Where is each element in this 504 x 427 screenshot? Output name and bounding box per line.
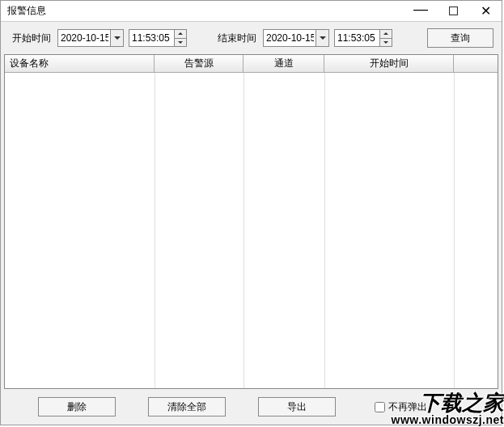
no-popup-input[interactable] xyxy=(375,402,385,412)
footer-bar: 删除 清除全部 导出 不再弹出 xyxy=(1,389,502,425)
maximize-button[interactable] xyxy=(437,1,469,22)
minimize-button[interactable]: — xyxy=(404,1,437,22)
table-body xyxy=(5,73,498,388)
dropdown-icon[interactable] xyxy=(316,30,328,46)
grid-line xyxy=(155,73,155,388)
export-button[interactable]: 导出 xyxy=(258,397,336,416)
dropdown-icon[interactable] xyxy=(110,30,123,46)
grid-line xyxy=(324,73,325,388)
col-channel[interactable]: 通道 xyxy=(244,55,324,72)
col-device-name[interactable]: 设备名称 xyxy=(5,55,155,72)
titlebar: 报警信息 — ✕ xyxy=(1,1,502,22)
table-header: 设备名称 告警源 通道 开始时间 xyxy=(5,55,498,73)
svg-rect-0 xyxy=(449,7,457,15)
close-button[interactable]: ✕ xyxy=(469,1,502,22)
no-popup-checkbox[interactable]: 不再弹出 xyxy=(375,400,427,414)
app-window: 报警信息 — ✕ 开始时间 结束时间 查询 设备名称 告 xyxy=(0,0,502,425)
window-title: 报警信息 xyxy=(1,4,404,18)
col-start-time[interactable]: 开始时间 xyxy=(324,55,454,72)
end-time-label: 结束时间 xyxy=(218,32,256,45)
end-time-spinner[interactable] xyxy=(334,29,392,47)
query-button[interactable]: 查询 xyxy=(427,28,493,48)
chevron-down-icon[interactable] xyxy=(175,39,186,47)
start-date-picker[interactable] xyxy=(57,29,124,47)
chevron-down-icon[interactable] xyxy=(380,39,392,47)
no-popup-label: 不再弹出 xyxy=(388,400,427,414)
grid-line xyxy=(244,73,244,388)
start-time-label: 开始时间 xyxy=(12,32,51,45)
grid-line xyxy=(454,73,455,388)
end-date-picker[interactable] xyxy=(263,29,329,47)
spinner-buttons[interactable] xyxy=(379,30,392,46)
clear-all-button[interactable]: 清除全部 xyxy=(148,397,226,416)
delete-button[interactable]: 删除 xyxy=(38,397,116,416)
filter-bar: 开始时间 结束时间 查询 xyxy=(1,22,502,54)
col-alarm-source[interactable]: 告警源 xyxy=(155,55,244,72)
chevron-up-icon[interactable] xyxy=(175,30,186,39)
maximize-icon xyxy=(449,6,458,15)
chevron-up-icon[interactable] xyxy=(380,30,392,39)
col-extra[interactable] xyxy=(454,55,498,72)
alarm-table: 设备名称 告警源 通道 开始时间 xyxy=(4,54,498,389)
start-time-spinner[interactable] xyxy=(129,29,187,47)
spinner-buttons[interactable] xyxy=(174,30,186,46)
